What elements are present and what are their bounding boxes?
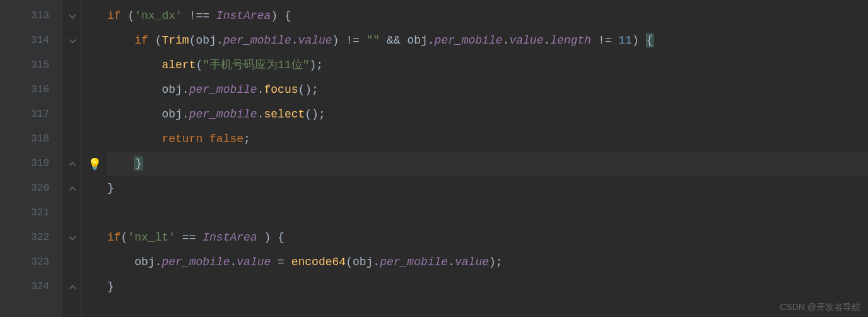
code-token [107,34,134,47]
annotation-cell [82,28,107,53]
code-token: . [182,83,189,96]
fold-empty [63,250,81,275]
code-token: ) != [332,34,367,47]
code-token: obj [161,83,182,96]
code-token: . [216,34,223,47]
code-token: } [107,280,114,293]
code-area[interactable]: if ('nx_dx' !== InstArea) { if (Trim(obj… [107,0,868,317]
code-token: ( [346,256,353,268]
code-token: 11 [618,34,632,47]
annotation-cell [82,4,107,28]
code-token: . [373,256,380,268]
code-token: if [107,9,121,22]
code-token: ( [196,59,202,71]
fold-close-icon[interactable] [63,275,81,299]
code-token: . [543,34,550,47]
line-number: 317 [0,102,63,127]
code-token: ; [243,133,250,145]
code-token: select [264,108,305,121]
code-token: == [175,231,202,244]
fold-close-icon[interactable] [63,152,81,176]
code-line[interactable]: if ('nx_dx' !== InstArea) { [107,4,868,28]
code-token: (); [305,108,325,121]
code-token: ); [309,59,323,71]
code-line[interactable]: if('nx_lt' == InstArea ) { [107,225,868,250]
code-token: obj [407,34,427,47]
code-line[interactable]: obj.per_mobile.select(); [107,102,868,127]
code-token: { [646,33,654,47]
code-token [107,108,161,121]
code-token [107,83,161,96]
code-token: if [134,34,148,47]
code-token: . [428,34,435,47]
code-token: obj [353,256,373,268]
code-token: . [230,256,237,268]
code-token: . [257,108,264,121]
code-token: value [237,256,271,268]
annotation-cell [82,78,107,102]
code-line[interactable]: obj.per_mobile.focus(); [107,78,868,102]
annotation-cell [82,201,107,225]
code-token: ( [189,34,196,47]
code-line[interactable]: obj.per_mobile.value = encode64(obj.per_… [107,250,868,275]
code-token: value [455,256,489,268]
line-number: 314 [0,28,63,53]
code-token: per_mobile [189,108,257,121]
code-token [107,157,134,170]
code-token: obj [134,256,155,268]
code-token: obj [161,108,182,121]
code-token: value [509,34,543,47]
code-token: ( [121,9,135,22]
line-number: 313 [0,4,63,28]
code-token [107,133,161,145]
fold-empty [63,201,81,225]
code-editor: 313314315316317318319320321322323324 💡 i… [0,0,868,317]
fold-open-icon[interactable] [63,225,81,250]
code-token: per_mobile [189,83,257,96]
fold-empty [63,53,81,78]
annotation-cell [82,225,107,250]
line-number: 321 [0,201,63,225]
code-token: (); [298,83,319,96]
code-token: ) [632,34,646,47]
fold-close-icon[interactable] [63,176,81,201]
code-token: . [291,34,298,47]
fold-open-icon[interactable] [63,4,81,28]
annotation-cell [82,127,107,152]
lightbulb-icon[interactable]: 💡 [88,157,102,171]
code-line[interactable] [107,201,868,225]
code-token: per_mobile [223,34,291,47]
code-token: "手机号码应为11位" [202,59,309,71]
annotation-cell [82,176,107,201]
line-number: 318 [0,127,63,152]
fold-empty [63,127,81,152]
annotation-cell: 💡 [82,152,107,176]
code-token: Trim [161,34,189,47]
code-token: if [107,231,121,244]
code-token [107,256,134,268]
code-line[interactable]: if (Trim(obj.per_mobile.value) != "" && … [107,28,868,53]
code-token: obj [196,34,216,47]
annotation-cell [82,102,107,127]
code-token: InstArea [216,9,271,22]
code-line[interactable]: } [107,275,868,299]
code-token: per_mobile [380,256,448,268]
code-token: ) { [257,231,284,244]
code-token: 'nx_lt' [127,231,175,244]
code-token [107,59,161,71]
code-token: !== [182,9,216,22]
code-token: return false [161,133,243,145]
code-line[interactable]: } [107,152,868,176]
code-line[interactable]: } [107,176,868,201]
code-line[interactable]: return false; [107,127,868,152]
code-token: } [134,157,143,170]
fold-open-icon[interactable] [63,28,81,53]
annotation-cell [82,250,107,275]
code-token: 'nx_dx' [134,9,182,22]
code-token: . [182,108,189,121]
code-line[interactable]: alert("手机号码应为11位"); [107,53,868,78]
fold-column [63,0,82,317]
annotation-column: 💡 [82,0,107,317]
code-token: InstArea [202,231,257,244]
code-token: focus [264,83,298,96]
